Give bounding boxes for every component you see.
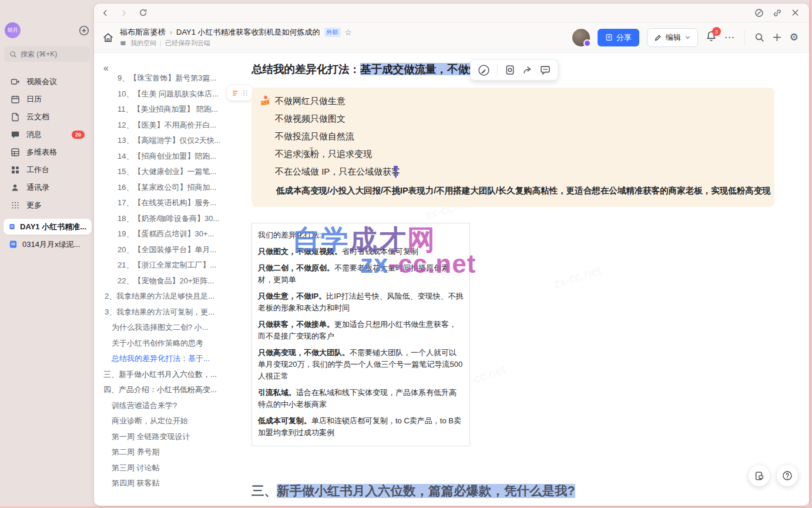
sidebar-item-video-meeting[interactable]: 视频会议 xyxy=(0,73,94,91)
callout-line: 不做视频只做图文 xyxy=(275,114,765,123)
space-name[interactable]: 我的空间 xyxy=(130,39,156,48)
outline-item[interactable]: 15、【大健康创业】一篇笔... xyxy=(100,167,248,176)
outline-item-label: 2、我拿结果的方法足够快且足... xyxy=(105,292,214,300)
breadcrumb-doc-title[interactable]: DAY1 小红书精准获客收割机是如何炼成的 xyxy=(176,27,320,38)
search-icon xyxy=(9,51,17,58)
strategy-item: 只做获客，不做接单。更加适合只想用小红书做生意获客，而不是接广变现的客户 xyxy=(258,319,464,342)
comment-icon[interactable] xyxy=(540,65,551,75)
outline-icon xyxy=(232,89,240,97)
outline-item[interactable]: 2、我拿结果的方法足够快且足... xyxy=(100,292,248,301)
outline-item-label: 商业诊断，从定位开始 xyxy=(112,416,188,425)
notifications-button[interactable]: 3 xyxy=(706,31,717,44)
collapse-outline-icon[interactable]: « xyxy=(103,63,109,73)
doc-content: « 9、【珠宝首饰】新号第3篇... 10、【生美 问题肌肤实体店... 11、… xyxy=(94,54,809,506)
pinned-docs: DAY1 小红书精准... 0314月月x绿泥... xyxy=(4,219,92,252)
doc-outline: 9、【珠宝首饰】新号第3篇... 10、【生美 问题肌肤实体店... 11、【美… xyxy=(100,73,248,488)
sidebar-item-messages[interactable]: 消息 20 xyxy=(0,126,94,143)
callout-bold-line: 低成本高变现/小投入大回报/不挑IP表现力/不用搭建大团队/长久复购高粘性，更适… xyxy=(275,186,765,195)
outline-item[interactable]: 13、【高端游学】仅仅2天快... xyxy=(100,136,248,145)
outline-item[interactable]: 12、【医美】不用高价开白... xyxy=(100,121,248,130)
calendar-icon xyxy=(11,95,20,104)
outline-item[interactable]: 第四周 获客贴 xyxy=(100,479,248,488)
doc-header: 福布斯富婆榜 › DAY1 小红书精准获客收割机是如何炼成的 外部 ☆ 我的空间… xyxy=(94,22,809,53)
strategy-item: 引流私域。适合在私域和线下实体变现，产品体系有低升高特点的中小老板商家 xyxy=(258,387,464,410)
outline-item[interactable]: 14、【招商创业加盟】陪跑... xyxy=(100,152,248,161)
add-icon[interactable] xyxy=(79,25,89,36)
share-arrow-icon[interactable] xyxy=(522,65,533,75)
outline-item[interactable]: 16、【某家政公司】招商加... xyxy=(100,183,248,192)
outline-item[interactable]: 22、【宠物食品】20+矩阵... xyxy=(100,276,248,286)
sidebar-item-base[interactable]: 多维表格 xyxy=(0,143,94,161)
outline-item[interactable]: 20、【全国装修平台】单月... xyxy=(100,245,248,255)
outline-item[interactable]: 第一周 全链路变现设计 xyxy=(100,432,248,442)
table-grid-icon xyxy=(11,148,20,157)
more-actions-icon[interactable]: ⋯ xyxy=(724,31,735,44)
plus-icon[interactable] xyxy=(772,32,782,42)
outline-item[interactable]: 18、【奶茶/咖啡设备商】30... xyxy=(100,214,248,223)
outline-item[interactable]: 10、【生美 问题肌肤实体店... xyxy=(100,89,248,99)
desktop-edge xyxy=(809,0,812,508)
outline-item[interactable]: 9、【珠宝首饰】新号第3篇... xyxy=(100,73,248,83)
outline-item[interactable]: 第三周 讨论帖 xyxy=(100,463,248,473)
refresh-icon[interactable] xyxy=(139,8,147,17)
avatar[interactable]: 胡月 xyxy=(5,22,21,38)
section-heading[interactable]: 三、新手做小红书月入六位数，篇篇必爆款，凭什么是我? xyxy=(251,482,575,499)
sidebar-item-cloud-docs[interactable]: 云文档 xyxy=(0,108,94,126)
strategy-heading: 我们的差异化打法: xyxy=(258,229,464,241)
sidebar-item-contacts[interactable]: 通讯录 xyxy=(0,179,94,196)
doc-list-item[interactable]: DAY1 小红书精准... xyxy=(4,219,92,235)
outline-item[interactable]: 商业诊断，从定位开始 xyxy=(100,416,248,426)
callout-block[interactable]: 🍰 不做网红只做生意不做视频只做图文不做投流只做自然流不追求涨粉，只追求变现不在… xyxy=(251,88,774,207)
outline-item[interactable]: 11、【美业招商加盟】 陪跑... xyxy=(100,105,248,114)
doc-list-item[interactable]: 0314月月x绿泥... xyxy=(4,236,92,252)
outline-item[interactable]: 四、产品介绍：小红书低粉高变... xyxy=(100,385,248,395)
sidebar-item-calendar[interactable]: 日历 xyxy=(0,91,94,108)
outline-item-label: 第三周 讨论帖 xyxy=(112,463,160,472)
outline-item[interactable]: 关于小红书创作策略的思考 xyxy=(100,339,248,348)
outline-item[interactable]: 17、【在线英语机构】服务... xyxy=(100,198,248,208)
style-brush-icon[interactable] xyxy=(478,64,490,76)
search-input[interactable]: 搜索 (⌘+K) xyxy=(4,46,90,62)
outline-item[interactable]: 3、我拿结果的方法可复制，更... xyxy=(100,308,248,317)
strategy-item: 只做生意，不做IP。比IP打法起号快、风险低、变现快、不挑老板的形象和表达力和时… xyxy=(258,290,464,314)
callout-line-text: 不追求涨粉，只追求变现 xyxy=(275,149,372,159)
global-search-icon[interactable] xyxy=(754,32,764,42)
sidebar-item-workbench[interactable]: 工作台 xyxy=(0,161,94,179)
outline-toggle-widget[interactable] xyxy=(227,85,252,101)
close-icon[interactable] xyxy=(791,8,800,17)
outline-item[interactable]: 为什么我选择图文二创? 小... xyxy=(100,323,248,332)
forward-icon[interactable] xyxy=(120,9,128,17)
doc-assist-button[interactable] xyxy=(749,465,770,486)
copy-link-icon[interactable] xyxy=(773,8,782,18)
outline-item-label: 21、【浙江全屋定制工厂】... xyxy=(118,260,216,269)
doc-heading[interactable]: 总结我的差异化打法：基于成交做流量，不做爆款 xyxy=(251,62,491,76)
collaborator-avatar[interactable] xyxy=(572,29,590,46)
performance-icon[interactable] xyxy=(754,8,764,18)
back-icon[interactable] xyxy=(101,9,109,17)
edit-button[interactable]: 编辑 xyxy=(647,28,698,47)
outline-item-label: 四、产品介绍：小红书低粉高变... xyxy=(103,385,217,394)
sidebar-item-more[interactable]: 更多 xyxy=(0,196,94,214)
outline-item[interactable]: 第二周 养号期 xyxy=(100,447,248,457)
outline-item[interactable]: 训练营谁适合来学? xyxy=(100,401,248,410)
breadcrumb-parent[interactable]: 福布斯富婆榜 xyxy=(120,27,166,38)
pencil-icon xyxy=(654,34,662,42)
callout-lines: 不做网红只做生意不做视频只做图文不做投流只做自然流不追求涨粉，只追求变现不在公域… xyxy=(275,96,765,176)
outline-item[interactable]: 21、【浙江全屋定制工厂】... xyxy=(100,260,248,270)
home-icon[interactable] xyxy=(102,32,114,44)
help-button[interactable] xyxy=(777,465,798,486)
outline-item[interactable]: 总结我的差异化打法：基于... xyxy=(100,354,248,363)
strategy-items: 只做图文，不做短视频。省时省钱成本低可复制 只做二创，不做原创。不需要老板花大量… xyxy=(258,246,464,439)
share-button[interactable]: 分享 xyxy=(598,29,639,46)
doc-icon xyxy=(9,240,18,249)
star-icon[interactable]: ☆ xyxy=(345,28,353,37)
strategy-item-bold: 只做高变现，不做大团队。 xyxy=(258,348,350,357)
outline-item[interactable]: 19、【蛋糕西点培训】30+... xyxy=(100,229,248,239)
outline-item-label: 总结我的差异化打法：基于... xyxy=(112,354,210,363)
callout-line-text: 不在公域做 IP，只在公域做获客 xyxy=(275,166,400,176)
document-window: 福布斯富婆榜 › DAY1 小红书精准获客收割机是如何炼成的 外部 ☆ 我的空间… xyxy=(94,4,809,506)
copy-block-link-icon[interactable] xyxy=(505,65,515,75)
settings-gear-icon[interactable]: ⚙ xyxy=(790,31,798,44)
outline-item[interactable]: 三、新手做小红书月入六位数，... xyxy=(100,370,248,379)
strategy-box[interactable]: 我们的差异化打法: 只做图文，不做短视频。省时省钱成本低可复制 只做二创，不做原… xyxy=(251,223,470,446)
